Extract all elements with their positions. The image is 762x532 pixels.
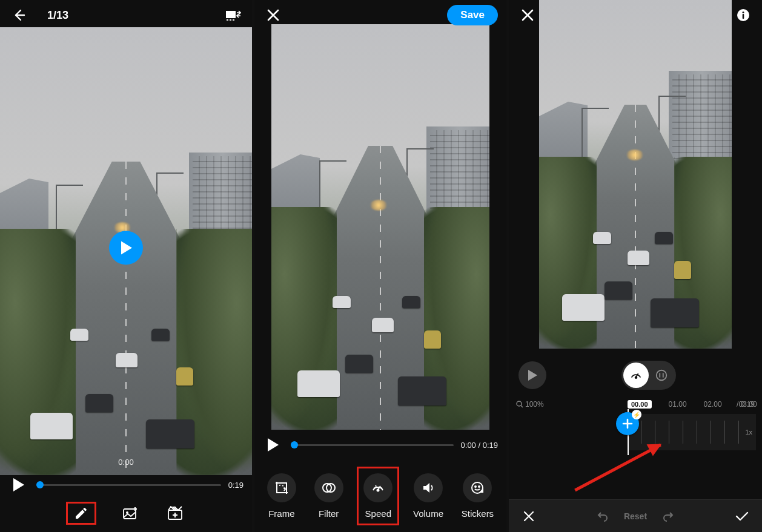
cancel-button[interactable] [518, 506, 539, 527]
frame-icon [267, 473, 296, 502]
tool-frame[interactable]: Frame [267, 473, 296, 519]
tool-speed[interactable]: Speed [361, 471, 395, 521]
tool-stickers[interactable]: Stickers [462, 473, 494, 519]
save-button[interactable]: Save [447, 5, 498, 25]
close-button[interactable] [517, 5, 538, 25]
screen-media-preview: 1/13 0:00 0:19 [0, 0, 252, 532]
video-preview[interactable] [539, 0, 732, 349]
add-image-button[interactable] [121, 503, 141, 524]
play-small-button[interactable] [263, 435, 283, 455]
edit-button[interactable] [66, 502, 96, 525]
svg-line-37 [521, 406, 523, 407]
playback-bar: 0:19 [0, 473, 252, 497]
video-preview[interactable] [0, 27, 252, 475]
add-clip-button[interactable] [165, 503, 186, 524]
svg-rect-29 [743, 14, 744, 19]
tool-row: Frame Filter Speed Volume Stickers [254, 459, 506, 532]
media-counter: 1/13 [47, 9, 68, 22]
svg-rect-1 [226, 11, 236, 18]
time-display: 0:00 / 0:19 [461, 441, 498, 450]
svg-rect-3 [230, 19, 231, 21]
add-speed-point-button[interactable]: ⚡ [616, 412, 639, 435]
reorder-media-button[interactable] [223, 5, 244, 25]
reset-button[interactable]: Reset [624, 511, 647, 521]
freeze-mode-option[interactable] [649, 363, 674, 388]
play-button[interactable] [109, 231, 143, 264]
tool-label: Filter [319, 508, 339, 519]
topbar [509, 0, 762, 30]
scene-illustration [539, 0, 732, 349]
svg-point-23 [475, 486, 476, 487]
info-button[interactable] [733, 5, 754, 25]
time-current: 0:00 [118, 458, 133, 467]
bottom-toolbar [0, 494, 252, 532]
speed-multiplier-label: 1x [745, 429, 752, 436]
svg-line-21 [381, 488, 382, 488]
play-button[interactable] [518, 361, 546, 389]
speed-controls-row [509, 356, 762, 395]
filter-icon [314, 473, 343, 502]
svg-rect-2 [227, 19, 228, 21]
svg-point-33 [657, 370, 667, 381]
tool-filter[interactable]: Filter [314, 473, 343, 519]
progress-slider[interactable] [291, 444, 454, 446]
svg-point-32 [635, 376, 637, 378]
volume-icon [414, 473, 443, 502]
svg-point-36 [517, 401, 522, 406]
scene-illustration [271, 24, 489, 430]
annotation-arrow [574, 444, 661, 492]
svg-marker-30 [528, 370, 537, 381]
tool-volume[interactable]: Volume [413, 473, 443, 519]
footer-bar: Reset [509, 499, 762, 532]
tool-label: Speed [365, 508, 391, 519]
speed-mode-toggle[interactable] [621, 361, 676, 390]
svg-point-24 [479, 486, 480, 487]
tool-label: Stickers [462, 508, 494, 519]
svg-line-20 [376, 485, 376, 487]
timeline-current: 00.00 [628, 400, 652, 409]
progress-slider[interactable] [36, 484, 221, 486]
topbar: Save [254, 0, 506, 30]
svg-point-28 [743, 11, 744, 13]
svg-point-18 [377, 489, 379, 491]
tool-label: Frame [268, 508, 294, 519]
close-button[interactable] [263, 5, 283, 25]
back-button[interactable] [8, 5, 29, 25]
timeline-tick-labels: 00.00 01.00 02.00 03.00 [628, 400, 757, 409]
tool-label: Volume [413, 508, 443, 519]
redo-button[interactable] [658, 506, 678, 527]
confirm-button[interactable] [732, 506, 752, 527]
video-preview[interactable] [271, 24, 489, 430]
stickers-icon [463, 473, 492, 502]
bolt-icon: ⚡ [632, 410, 641, 419]
screen-edit-tools: Save 0:00 / 0:19 Frame Filter [254, 0, 506, 532]
svg-line-19 [374, 488, 375, 488]
playback-bar: 0:00 / 0:19 [254, 433, 506, 457]
time-total: 0:19 [228, 481, 244, 490]
speed-icon [363, 473, 393, 502]
svg-rect-4 [233, 19, 234, 21]
screen-speed-editor: 100% 00.00 01.00 02.00 03.00 / 0:19 1x ⚡… [509, 0, 762, 532]
zoom-level[interactable]: 100% [516, 400, 544, 409]
play-small-button[interactable] [8, 475, 29, 495]
current-time-label: 0:00 [0, 450, 252, 474]
svg-marker-5 [121, 241, 132, 254]
topbar: 1/13 [0, 0, 252, 30]
curve-mode-option[interactable] [623, 363, 649, 388]
undo-button[interactable] [592, 506, 613, 527]
